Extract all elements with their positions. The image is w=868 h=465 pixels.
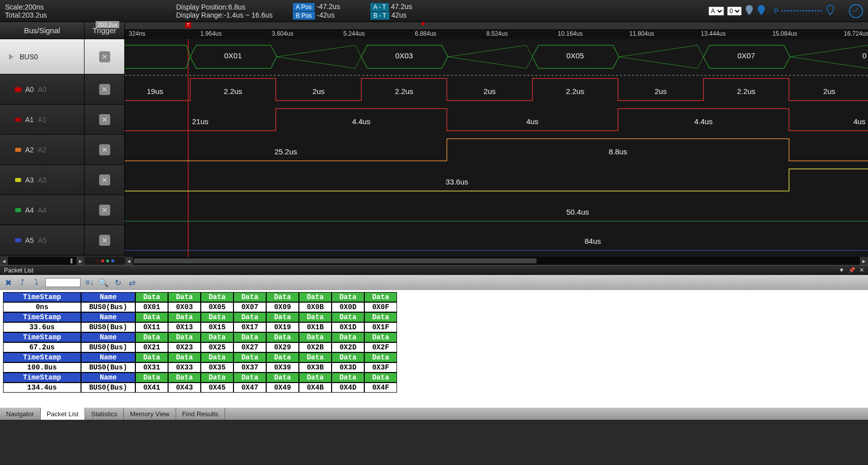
wave-timing-label: 2us — [312, 87, 325, 96]
trigger-x-icon[interactable]: ✕ — [99, 114, 110, 125]
trigger-x-icon[interactable]: ✕ — [99, 84, 110, 95]
trigger-cell[interactable]: ✕ — [85, 195, 125, 225]
trigger-x-icon[interactable]: ✕ — [99, 51, 110, 62]
signal-name-a0[interactable]: A0A0 — [0, 74, 85, 104]
svg-line-4 — [355, 57, 361, 68]
import-icon[interactable]: ⤵ — [31, 277, 41, 288]
led-icon — [15, 238, 21, 242]
sync-icon[interactable]: ⇄ — [127, 277, 137, 288]
refresh-icon[interactable]: ↻ — [113, 277, 123, 288]
dot-blue-icon[interactable] — [111, 259, 114, 262]
tab-memory-view[interactable]: Memory View — [124, 408, 176, 420]
wave-timing-label: 4us — [853, 117, 865, 126]
svg-line-2 — [277, 57, 355, 68]
scroll-left-icon[interactable]: ◄ — [0, 257, 8, 265]
packet-data-cell: 0X4F — [364, 383, 397, 393]
header-bus-signal[interactable]: Bus/Signal — [0, 22, 85, 39]
signal-name-a2[interactable]: A2A2 — [0, 135, 85, 164]
find-icon[interactable]: 🔍 — [99, 277, 109, 288]
packet-data-cell: 0X31 — [135, 362, 168, 373]
packet-header-data: Data — [299, 332, 332, 342]
panel-pin-icon[interactable]: 📌 — [848, 267, 855, 273]
packet-header-data: Data — [201, 332, 233, 342]
tab-navigator[interactable]: Navigator — [0, 408, 41, 420]
packet-data-cell: 0X03 — [168, 302, 201, 312]
tab-packet-list[interactable]: Packet List — [41, 408, 86, 420]
signal-name-a4[interactable]: A4A4 — [0, 195, 85, 225]
clock-icon[interactable] — [849, 4, 863, 18]
tab-statistics[interactable]: Statistics — [85, 408, 124, 420]
settings-icon[interactable]: ✖ — [3, 277, 13, 288]
trigger-x-icon[interactable]: ✕ — [99, 144, 110, 155]
trigger-cell[interactable]: ✕ — [85, 39, 125, 74]
trigger-cell[interactable]: ✕ — [85, 225, 125, 255]
cursor-select-0[interactable]: 0 — [727, 7, 742, 16]
list-icon[interactable]: ≡↓ — [85, 277, 95, 288]
trigger-x-icon[interactable]: ✕ — [99, 205, 110, 216]
signal-name-a5[interactable]: A5A5 — [0, 225, 85, 255]
waveform-area[interactable]: 0X010X030X050X07019us2.2us2us2.2us2us2.2… — [125, 39, 868, 257]
packet-data-cell: 0X35 — [201, 362, 233, 373]
packet-header-data: Data — [332, 373, 364, 383]
b-t-badge: B - T — [370, 12, 389, 20]
svg-line-3 — [355, 45, 361, 57]
search-input[interactable] — [45, 278, 81, 287]
wave-timing-label: 2.2us — [737, 87, 756, 96]
packet-data-cell: 0X07 — [233, 302, 266, 312]
packet-row[interactable]: 100.8usBUS0(Bus)0X310X330X350X370X390X3B… — [3, 362, 397, 373]
waveform-scrollbar[interactable]: ◄ ► — [125, 257, 868, 265]
trigger-cell[interactable]: ✕ — [85, 74, 125, 104]
display-range-value: -1.4us ~ 16.6us — [224, 11, 273, 19]
pin-outline-icon[interactable] — [825, 5, 836, 18]
packet-header-data: Data — [266, 352, 299, 362]
panel-close-icon[interactable]: ✕ — [859, 267, 864, 273]
packet-data-cell: 0X2B — [299, 342, 332, 352]
packet-row[interactable]: 134.4usBUS0(Bus)0X410X430X450X470X490X4B… — [3, 383, 397, 393]
trigger-cell[interactable]: ✕ — [85, 135, 125, 164]
svg-line-1 — [277, 45, 355, 57]
panel-dropdown-icon[interactable]: ▼ — [839, 267, 844, 273]
led-icon — [15, 208, 21, 212]
trigger-cell[interactable]: ✕ — [85, 105, 125, 134]
wave-timing-label: 2us — [655, 87, 667, 96]
svg-line-6 — [448, 57, 526, 68]
dot-green-icon[interactable] — [106, 259, 109, 262]
packet-row[interactable]: 0nsBUS0(Bus)0X010X030X050X070X090X0B0X0D… — [3, 302, 397, 312]
trigger-flag[interactable]: T — [185, 22, 191, 28]
trigger-x-icon[interactable]: ✕ — [99, 235, 110, 246]
wave-timing-label: 2.2us — [395, 87, 414, 96]
time-ruler[interactable]: 203.2us T 324ns1.964us3.604us5.244us6.88… — [125, 22, 868, 39]
ruler-tick-label: 3.604us — [272, 30, 293, 37]
dot-red-icon[interactable] — [101, 259, 104, 262]
trigger-x-icon[interactable]: ✕ — [99, 174, 110, 185]
marker-pin-active-icon[interactable] — [757, 5, 766, 17]
packet-row[interactable]: 33.6usBUS0(Bus)0X110X130X150X170X190X1B0… — [3, 322, 397, 332]
wave-timing-label: 50.4us — [566, 208, 589, 216]
wave-mode-icon[interactable]: ∿ — [95, 258, 99, 264]
scroll-right-icon[interactable]: ► — [76, 257, 85, 265]
packet-data-cell: 0X2D — [332, 342, 364, 352]
packet-header-data: Data — [135, 373, 168, 383]
cursor-marker[interactable] — [421, 22, 425, 26]
packet-header-data: Data — [135, 352, 168, 362]
tab-find-results[interactable]: Find Results — [176, 408, 225, 420]
signal-name-a1[interactable]: A1A1 — [0, 105, 85, 134]
signal-name-bus0[interactable]: BUS0 — [0, 39, 85, 74]
packet-timestamp: 0ns — [3, 302, 81, 312]
packet-row[interactable]: 67.2usBUS0(Bus)0X210X230X250X270X290X2B0… — [3, 342, 397, 352]
packet-data-cell: 0X27 — [233, 342, 266, 352]
wave-timing-label: 19us — [147, 87, 164, 96]
scale-label: Scale: — [5, 3, 25, 11]
packet-data-cell: 0X1F — [364, 322, 397, 332]
packet-list-area[interactable]: TimeStampNameDataDataDataDataDataDataDat… — [0, 290, 868, 408]
led-icon — [15, 118, 21, 122]
marker-pin-icon[interactable] — [745, 5, 754, 17]
trigger-cell[interactable]: ✕ — [85, 165, 125, 195]
svg-line-11 — [697, 45, 703, 57]
signal-name-a3[interactable]: A3A3 — [0, 165, 85, 195]
svg-line-13 — [790, 45, 868, 57]
packet-header-name: Name — [81, 292, 135, 302]
svg-line-8 — [526, 57, 532, 68]
cursor-select-a[interactable]: A — [708, 7, 724, 16]
export-icon[interactable]: ⤴ — [17, 277, 27, 288]
